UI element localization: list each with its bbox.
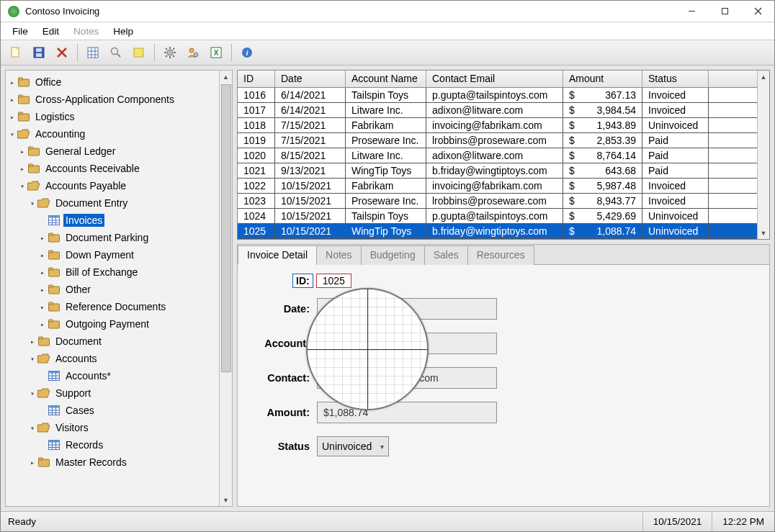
column-header-status[interactable]: Status	[642, 71, 709, 87]
tree-expander-icon[interactable]: ▸	[27, 338, 37, 346]
table-row[interactable]: 102510/15/2021WingTip Toysb.friday@wingt…	[238, 224, 769, 239]
column-header-account[interactable]: Account Name	[346, 71, 426, 87]
table-row[interactable]: 10208/15/2021Litware Inc.adixon@litware.…	[238, 148, 769, 163]
close-button[interactable]	[741, 1, 774, 22]
table-row[interactable]: 10219/13/2021WingTip Toysb.friday@wingti…	[238, 163, 769, 179]
tree-item[interactable]: ▸Reference Documents	[7, 298, 218, 315]
input-contact[interactable]	[317, 367, 497, 389]
grid-scrollbar[interactable]: ▲ ▼	[757, 71, 769, 239]
tree-item[interactable]: ▸Office	[7, 73, 218, 91]
column-header-id[interactable]: ID	[238, 71, 275, 87]
tree-item[interactable]: ▸Accounts Receivable	[7, 160, 218, 177]
find-button[interactable]	[105, 42, 127, 63]
tree-expander-icon[interactable]: ▾	[27, 199, 37, 207]
svg-rect-43	[29, 147, 33, 149]
cell-email: adixon@litware.com	[426, 103, 563, 118]
input-date[interactable]	[317, 298, 497, 320]
tree-item[interactable]: ▾Visitors	[7, 419, 218, 436]
scroll-down-icon[interactable]: ▼	[220, 494, 232, 506]
input-account[interactable]	[317, 333, 497, 354]
tree-expander-icon[interactable]: ▸	[37, 303, 48, 311]
tree-expander-icon[interactable]: ▸	[27, 459, 37, 466]
tree-item[interactable]: ▸Document Parking	[7, 229, 218, 246]
tree-expander-icon[interactable]: ▸	[17, 165, 27, 173]
tree-expander-icon[interactable]: ▾	[7, 130, 17, 138]
tree-expander-icon[interactable]: ▸	[17, 148, 27, 155]
tree-item[interactable]: ▸Document	[7, 333, 218, 350]
info-button[interactable]: i	[236, 42, 258, 63]
svg-rect-55	[49, 233, 53, 235]
folder-open-icon	[37, 353, 50, 364]
input-amount[interactable]	[317, 402, 497, 423]
settings-button[interactable]	[159, 42, 181, 63]
navigation-tree[interactable]: ▸Office▸Cross-Application Components▸Log…	[6, 71, 219, 506]
new-file-button[interactable]	[5, 42, 27, 63]
table-row[interactable]: 10166/14/2021Tailspin Toysp.gupta@tailsp…	[238, 88, 769, 103]
menu-file[interactable]: File	[5, 24, 35, 38]
tree-item[interactable]: Invoices	[7, 212, 218, 229]
tree-item[interactable]: ▾Accounts Payable	[7, 177, 218, 194]
tree-item[interactable]: Records	[7, 436, 218, 454]
tree-expander-icon[interactable]: ▸	[37, 286, 48, 294]
minimize-button[interactable]	[675, 1, 708, 22]
tree-expander-icon[interactable]: ▸	[7, 96, 17, 104]
column-header-email[interactable]: Contact Email	[426, 71, 563, 87]
table-row[interactable]: 102310/15/2021Proseware Inc.lrobbins@pro…	[238, 194, 769, 209]
tab-sales[interactable]: Sales	[424, 245, 468, 265]
tab-invoice-detail[interactable]: Invoice Detail	[238, 245, 317, 265]
tree-expander-icon[interactable]: ▾	[17, 182, 27, 190]
tree-item[interactable]: ▾Accounting	[7, 125, 218, 143]
grid-view-button[interactable]	[82, 42, 104, 63]
menu-notes[interactable]: Notes	[66, 24, 106, 38]
table-row[interactable]: 10187/15/2021Fabrikaminvoicing@fabrikam.…	[238, 118, 769, 133]
table-row[interactable]: 102210/15/2021Fabrikaminvoicing@fabrikam…	[238, 179, 769, 194]
tree-item[interactable]: ▸Other	[7, 281, 218, 298]
tab-notes[interactable]: Notes	[316, 245, 362, 265]
tree-item[interactable]: ▸Cross-Application Components	[7, 91, 218, 108]
tree-item[interactable]: Cases	[7, 402, 218, 419]
folder-icon	[48, 318, 61, 330]
delete-button[interactable]	[51, 42, 73, 63]
tree-expander-icon[interactable]: ▾	[27, 355, 37, 363]
folder-open-icon	[37, 387, 50, 399]
table-row[interactable]: 10197/15/2021Proseware Inc.lrobbins@pros…	[238, 133, 769, 148]
scroll-up-icon[interactable]: ▲	[220, 71, 232, 83]
tree-expander-icon[interactable]: ▸	[37, 269, 48, 276]
menu-help[interactable]: Help	[106, 24, 140, 38]
scroll-up-icon[interactable]: ▲	[758, 71, 769, 83]
menu-edit[interactable]: Edit	[35, 24, 66, 38]
tree-item[interactable]: ▾Accounts	[7, 350, 218, 367]
tree-item[interactable]: Accounts*	[7, 367, 218, 384]
table-row[interactable]: 102410/15/2021Tailspin Toysp.gupta@tails…	[238, 209, 769, 224]
tree-expander-icon[interactable]: ▸	[37, 251, 48, 259]
tree-expander-icon[interactable]: ▾	[27, 424, 37, 432]
tree-item[interactable]: ▾Document Entry	[7, 194, 218, 212]
svg-rect-63	[49, 302, 53, 305]
tree-item[interactable]: ▸Bill of Exchange	[7, 263, 218, 281]
tree-expander-icon[interactable]: ▸	[7, 78, 17, 86]
tree-item[interactable]: ▸Down Payment	[7, 246, 218, 263]
tab-budgeting[interactable]: Budgeting	[361, 245, 425, 265]
table-row[interactable]: 10176/14/2021Litware Inc.adixon@litware.…	[238, 103, 769, 118]
tree-expander-icon[interactable]: ▸	[7, 113, 17, 121]
scroll-down-icon[interactable]: ▼	[758, 227, 769, 239]
tree-expander-icon[interactable]: ▸	[37, 320, 48, 328]
tree-item[interactable]: ▸General Ledger	[7, 143, 218, 160]
tab-resources[interactable]: Resources	[467, 245, 534, 265]
note-button[interactable]	[128, 42, 150, 63]
tree-item[interactable]: ▾Support	[7, 384, 218, 402]
tree-expander-icon[interactable]: ▸	[37, 234, 48, 242]
maximize-button[interactable]	[708, 1, 741, 22]
tree-item[interactable]: ▸Master Records	[7, 454, 218, 471]
tree-expander-icon[interactable]: ▾	[27, 389, 37, 397]
tree-scrollbar[interactable]: ▲ ▼	[219, 71, 232, 506]
scroll-thumb[interactable]	[221, 84, 231, 372]
select-status[interactable]: Uninvoiced ▾	[317, 436, 389, 456]
export-excel-button[interactable]: X	[205, 42, 227, 63]
save-button[interactable]	[28, 42, 50, 63]
user-settings-button[interactable]	[182, 42, 204, 63]
column-header-date[interactable]: Date	[275, 71, 346, 87]
tree-item[interactable]: ▸Outgoing Payment	[7, 315, 218, 333]
tree-item[interactable]: ▸Logistics	[7, 108, 218, 125]
column-header-amount[interactable]: Amount	[563, 71, 642, 87]
